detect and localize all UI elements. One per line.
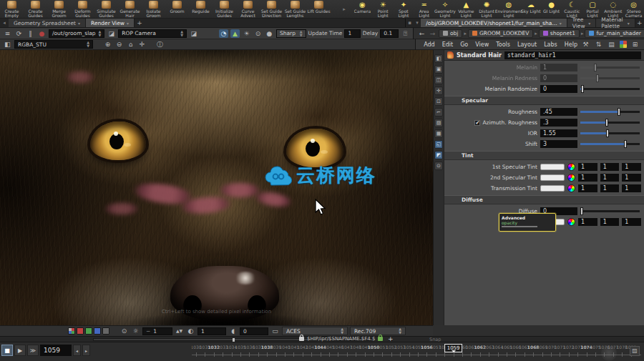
shelf-tool-spot-light[interactable]: ✦Spot Light [394,0,414,18]
breadcrumb-groom-lookdev[interactable]: GROOM_LOOKDEV [468,29,533,38]
gamma-field[interactable]: 1 [197,327,226,335]
lock-icon[interactable] [299,337,304,341]
color-swatch[interactable] [540,185,565,192]
snapshot-icon[interactable]: ▣ [434,65,443,74]
play-button[interactable]: ▶ [14,345,26,356]
background-icon[interactable]: ◩ [434,151,443,159]
slider-handle[interactable] [581,85,584,93]
param-value-field[interactable]: .45 [540,108,577,116]
menu-edit[interactable]: Edit [439,41,457,48]
preview-toggle-icon[interactable]: ◔ [219,29,228,38]
region-icon[interactable]: ⊡ [434,97,443,106]
pane-menu-icon[interactable]: ▾ [414,19,421,27]
home-view-icon[interactable]: ⌂ [126,40,135,49]
color-component-field[interactable]: 1 [578,218,597,226]
tab-scroll-left-icon[interactable]: ◂ [0,19,9,27]
shelf-tool-simulate-guides[interactable]: ~Simulate Guides [94,0,118,18]
color-palette-icon[interactable] [620,41,627,48]
color-swatch[interactable] [540,174,565,181]
tab-material-palette[interactable]: Material Palette▾ [596,19,635,27]
shelf-tool-ambient-light[interactable]: ◌Ambient Light [602,0,623,18]
pan-zoom-icon[interactable]: ✛ [434,86,443,95]
slider-handle[interactable] [618,108,620,116]
fit-view-icon[interactable]: ✛ [137,40,147,49]
shelf-tool-environment-light[interactable]: ◍Environment Light [497,0,520,18]
tab-tree-view[interactable]: Tree View▾ [567,19,596,27]
split-view-icon[interactable]: ◫ [434,76,443,84]
slider-handle[interactable] [594,64,597,71]
skip-end-button[interactable]: ≫ [27,345,39,356]
slider-handle[interactable] [580,207,583,215]
sphere-icon[interactable]: ● [265,29,274,38]
breadcrumb-obj[interactable]: obj [439,29,462,38]
update-time-field[interactable]: 1 [344,29,360,38]
color-component-field[interactable]: 1 [578,184,597,192]
shelf-tool-deform-guides[interactable]: ~Deform Guides [71,0,94,18]
shelf-tool-portal-light[interactable]: ▢Portal Light [582,0,603,18]
tab-obj-groom-lookdev-shopnet1-fur-main-sha[interactable]: /obj/GROOM_LOOKDEV/shopnet1/fur_main_sha… [421,19,567,27]
param-slider[interactable] [580,108,641,116]
param-value-field[interactable]: 1.55 [540,129,577,137]
grid-icon[interactable]: ▦ [434,129,443,138]
color-component-field[interactable]: 1 [622,174,641,182]
color-component-field[interactable]: 1 [600,184,620,192]
color-component-field[interactable]: 1 [622,218,641,226]
tab-render-view[interactable]: Render View▾ [86,19,135,27]
menu-add[interactable]: Add [420,41,439,48]
lights-toggle-icon[interactable]: ☀ [242,29,251,38]
section-diffuse[interactable]: Diffuse [444,195,644,204]
param-slider[interactable] [580,74,641,82]
shelf-tool-curve-advect[interactable]: ~Curve Advect [236,0,260,18]
color-component-field[interactable]: 1 [600,163,620,171]
render-viewport[interactable]: 云桥网络 Ctrl+Left to show detailed pixel in… [0,50,433,325]
camera-select[interactable]: ROP Camera▲▼ [118,29,187,38]
color-wheel-icon[interactable] [567,184,575,192]
color-swatch[interactable] [540,164,565,170]
playbar-options-icon[interactable]: ▨ [630,346,640,356]
shelf-tool-create-empty-guide-groom[interactable]: ~Create Empty Guide Groom [0,0,24,18]
magnify-icon[interactable]: ⊙ [253,29,263,38]
preview-icon[interactable]: ◱ [434,140,443,149]
offset-icon[interactable]: ◖ [228,327,238,335]
checker-icon[interactable]: ▨ [434,119,443,127]
rop-jump-icon[interactable]: ◪ [107,29,116,38]
shelf-tool-volume-light[interactable]: ▲Volume Light [456,0,477,18]
shelf-tool-stereo-camera[interactable]: ◎Stereo Camera [623,0,644,18]
shelf-tool-initialize-guides[interactable]: ~Initialize Guides [213,0,236,18]
shelf-tool-area-light[interactable]: ≖Area Light [414,0,434,18]
help-icon[interactable]: ⍰ [401,29,410,38]
add-tab-button[interactable]: + [635,19,644,27]
terrain-toggle-icon[interactable]: ▲ [230,29,240,38]
menu-help[interactable]: Help [561,41,581,48]
back-icon[interactable]: ← [417,29,426,38]
color-component-field[interactable]: 1 [600,174,620,182]
shelf-tool-point-light[interactable]: ☀Point Light [373,0,394,18]
add-tab-button[interactable]: + [135,19,145,27]
color-wheel-icon[interactable] [567,218,575,226]
advanced-popup[interactable]: Advanced opacity [499,213,556,232]
rgb-plane-icon[interactable] [68,327,75,335]
shelf-tool-caustic-light[interactable]: ☾Caustic Light [562,0,582,18]
param-value-field[interactable]: 1 [540,64,577,71]
image-plane-select[interactable]: RGBA_STU▲▼ [14,40,93,49]
shelf-tool-create-guides[interactable]: ~Create Guides [24,0,47,18]
param-value-field[interactable]: 0 [540,85,577,93]
tab-geometry-spreadsheet[interactable]: Geometry Spreadsheet▾ [9,19,86,27]
view-mode-icon[interactable]: ◧ [434,54,443,63]
color-component-field[interactable]: 1 [622,184,641,192]
slider-handle[interactable] [596,74,599,82]
param-slider[interactable] [580,64,641,71]
pause-icon[interactable]: ∥ [26,29,35,38]
menu-labs[interactable]: Labs [540,41,561,48]
camera-jump-icon[interactable]: ◪ [189,29,198,38]
offset-field[interactable]: 0 [240,327,268,335]
playhead[interactable]: 1059 [444,344,463,352]
shelf-tool-distant-light[interactable]: ✺Distant Light [477,0,497,18]
layout-grid-icon[interactable]: ⊞ [630,40,640,49]
shelf-tool-groom[interactable]: ~Groom [165,0,189,18]
inspect-pixel-icon[interactable]: ⊙ [119,327,129,335]
param-slider[interactable] [580,140,641,148]
filter-select[interactable]: Sharp▲▼ [276,29,306,38]
crop-icon[interactable]: ⌐ [434,108,443,117]
color-component-field[interactable]: 1 [600,218,620,226]
